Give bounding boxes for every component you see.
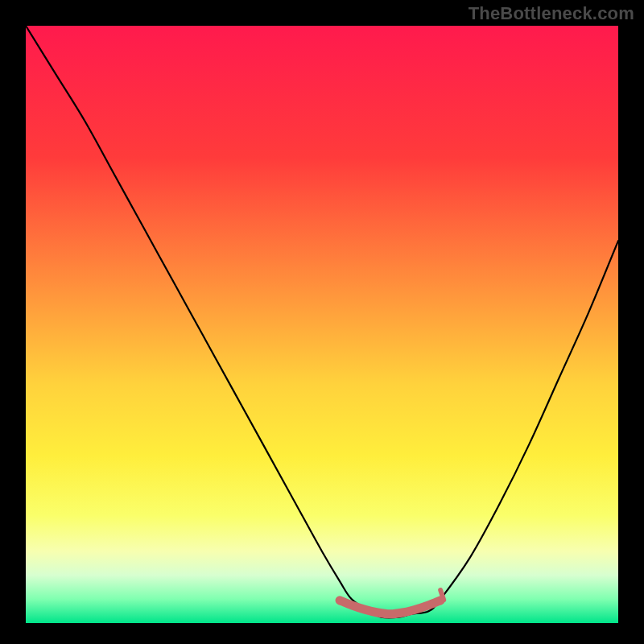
chart-svg-layer [26, 26, 618, 623]
stage: TheBottleneck.com [0, 0, 644, 644]
chart-inner [26, 26, 618, 623]
right-tick-marker [440, 590, 444, 600]
watermark-text: TheBottleneck.com [469, 3, 634, 24]
chart-plot-area [26, 26, 618, 623]
bottleneck-curve-line [26, 26, 618, 617]
